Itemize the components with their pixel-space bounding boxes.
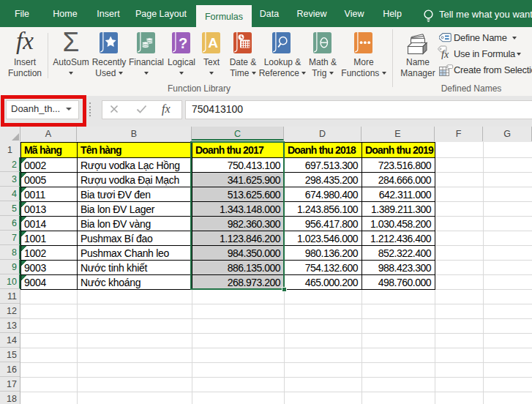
svg-text:A: A: [208, 35, 218, 50]
svg-text:?: ?: [179, 35, 187, 51]
svg-text:fx: fx: [441, 49, 449, 60]
